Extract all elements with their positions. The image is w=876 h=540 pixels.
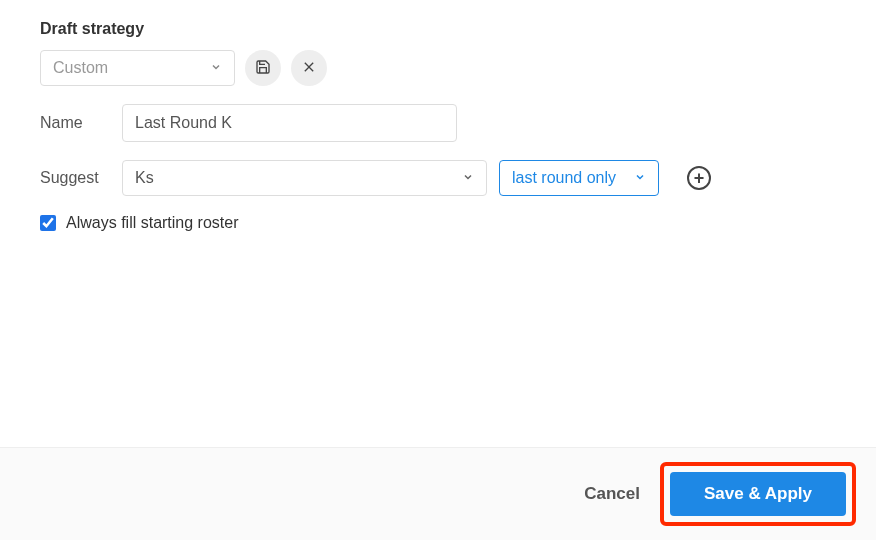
close-icon xyxy=(301,59,317,78)
suggest-timing-select[interactable]: last round only xyxy=(499,160,659,196)
fill-roster-checkbox[interactable] xyxy=(40,215,56,231)
suggest-position-select[interactable]: Ks xyxy=(122,160,487,196)
fill-roster-label: Always fill starting roster xyxy=(66,214,239,232)
add-rule-button[interactable]: + xyxy=(687,166,711,190)
save-apply-button[interactable]: Save & Apply xyxy=(670,472,846,516)
suggest-timing-value: last round only xyxy=(512,169,616,187)
chevron-down-icon xyxy=(210,59,222,77)
section-title: Draft strategy xyxy=(40,20,836,38)
clear-icon-button[interactable] xyxy=(291,50,327,86)
name-label: Name xyxy=(40,114,110,132)
suggest-position-value: Ks xyxy=(135,169,154,187)
save-icon xyxy=(255,59,271,78)
footer: Cancel Save & Apply xyxy=(0,447,876,540)
suggest-label: Suggest xyxy=(40,169,110,187)
strategy-select[interactable]: Custom xyxy=(40,50,235,86)
strategy-select-value: Custom xyxy=(53,59,108,77)
name-input[interactable] xyxy=(122,104,457,142)
highlight-annotation: Save & Apply xyxy=(660,462,856,526)
cancel-button[interactable]: Cancel xyxy=(574,476,650,512)
chevron-down-icon xyxy=(462,169,474,187)
chevron-down-icon xyxy=(634,169,646,187)
save-icon-button[interactable] xyxy=(245,50,281,86)
plus-icon: + xyxy=(694,169,705,187)
